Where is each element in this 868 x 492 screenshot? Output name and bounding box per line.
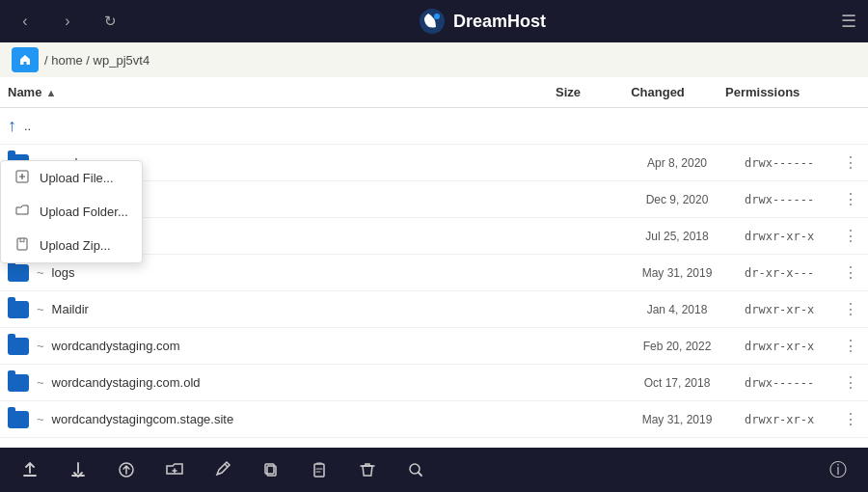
upload-folder-icon — [14, 204, 30, 220]
download-button[interactable] — [64, 455, 93, 484]
col-changed-header[interactable]: Changed — [600, 85, 716, 99]
up-directory-icon: ↑ — [8, 116, 16, 136]
file-permissions-cell: drwx------ — [735, 156, 841, 170]
breadcrumb-bar: / home / wp_pj5vt4 — [0, 42, 868, 77]
top-bar: ‹ › ↻ DreamHost ☰ — [0, 0, 868, 42]
back-button[interactable]: ‹ — [12, 8, 39, 35]
col-size-header[interactable]: Size — [503, 85, 600, 99]
table-row[interactable]: ~ Maildir Jan 4, 2018 drwxr-xr-x ⋮ — [0, 291, 868, 328]
search-button[interactable] — [401, 455, 430, 484]
col-permissions-header[interactable]: Permissions — [716, 85, 841, 99]
refresh-button[interactable]: ↻ — [96, 8, 123, 35]
file-changed-cell: May 31, 2019 — [619, 266, 735, 280]
symlink-indicator: ~ — [37, 302, 44, 316]
file-changed-cell: May 31, 2019 — [619, 413, 735, 426]
file-permissions-cell: drwxr-xr-x — [735, 230, 841, 243]
table-row[interactable]: ↑ .. Upload File... — [0, 108, 868, 145]
row-menu-button[interactable]: ⋮ — [841, 263, 860, 282]
home-icon — [18, 53, 32, 67]
file-name-label: logs — [52, 265, 75, 280]
table-row[interactable]: ~ wordcandystaging.com.old Oct 17, 2018 … — [0, 365, 868, 401]
file-name-cell: ~ wordcandystagingcom.stage.site — [8, 411, 523, 428]
file-name-label: wordcandystagingcom.stage.site — [52, 412, 234, 426]
file-permissions-cell: drwxr-xr-x — [735, 413, 841, 426]
row-menu-button[interactable]: ⋮ — [841, 153, 860, 172]
symlink-indicator: ~ — [37, 375, 44, 390]
row-menu-button[interactable]: ⋮ — [841, 337, 860, 355]
file-changed-cell: Jul 25, 2018 — [619, 230, 735, 243]
symlink-indicator: ~ — [37, 339, 44, 353]
new-folder-button[interactable] — [160, 455, 189, 484]
hamburger-menu-button[interactable]: ☰ — [841, 11, 856, 32]
folder-icon — [8, 374, 29, 392]
file-list: ↑ .. Upload File... — [0, 108, 868, 448]
svg-rect-3 — [17, 238, 27, 250]
file-changed-cell: Oct 17, 2018 — [619, 376, 735, 390]
home-button[interactable] — [12, 47, 39, 72]
context-menu-label-upload-folder: Upload Folder... — [40, 205, 128, 219]
symlink-indicator: ~ — [37, 265, 44, 280]
context-menu-label-upload-file: Upload File... — [40, 171, 114, 185]
file-name-cell: ~ logs — [8, 264, 523, 282]
folder-icon — [8, 264, 29, 282]
toolbar-buttons — [15, 455, 430, 484]
file-name-cell: ~ Maildir — [8, 301, 523, 318]
file-permissions-cell: drwxr-xr-x — [735, 340, 841, 353]
file-changed-cell: Feb 20, 2022 — [619, 340, 735, 353]
forward-button[interactable]: › — [54, 8, 81, 35]
file-changed-cell: Dec 9, 2020 — [619, 193, 735, 206]
row-menu-button[interactable]: ⋮ — [841, 410, 860, 428]
brand-name: DreamHost — [453, 12, 546, 32]
context-menu-label-upload-zip: Upload Zip... — [40, 238, 111, 253]
folder-icon — [8, 301, 29, 318]
breadcrumb-path: / home / wp_pj5vt4 — [44, 53, 149, 68]
row-menu-button[interactable]: ⋮ — [841, 300, 860, 318]
context-menu: Upload File... Upload Folder... Uploa — [0, 160, 143, 263]
upload-button[interactable] — [15, 455, 44, 484]
info-button[interactable]: ⓘ — [824, 455, 853, 484]
bottom-toolbar: ⓘ — [0, 448, 868, 492]
context-menu-item-upload-file[interactable]: Upload File... — [1, 161, 142, 195]
context-menu-item-upload-zip[interactable]: Upload Zip... — [1, 229, 142, 262]
upload-file-icon — [14, 170, 30, 186]
col-name-header[interactable]: Name ▲ — [8, 85, 503, 99]
edit-button[interactable] — [208, 455, 237, 484]
file-changed-cell: Jan 4, 2018 — [619, 303, 735, 316]
symlink-indicator: ~ — [37, 412, 44, 426]
nav-controls: ‹ › ↻ — [12, 8, 123, 35]
folder-icon — [8, 411, 29, 428]
file-name-cell: ~ wordcandystaging.com.old — [8, 374, 523, 392]
file-name-label: wordcandystaging.com — [52, 339, 180, 353]
file-name-label: .. — [24, 119, 31, 133]
file-changed-cell: Apr 8, 2020 — [619, 156, 735, 170]
sort-arrow-icon: ▲ — [45, 87, 56, 98]
file-permissions-cell: dr-xr-x--- — [735, 266, 841, 280]
upload-to-button[interactable] — [112, 455, 141, 484]
brand-logo: DreamHost — [419, 8, 546, 35]
context-menu-item-upload-folder[interactable]: Upload Folder... — [1, 195, 142, 229]
table-row[interactable]: ~ wordcandystaging.com Feb 20, 2022 drwx… — [0, 328, 868, 365]
table-row[interactable]: ~ wordcandystagingcom.stage.site May 31,… — [0, 401, 868, 438]
file-name-cell: ↑ .. — [8, 116, 523, 136]
paste-button[interactable] — [305, 455, 334, 484]
copy-button[interactable] — [257, 455, 285, 484]
svg-rect-7 — [314, 464, 324, 477]
row-menu-button[interactable]: ⋮ — [841, 227, 860, 245]
dreamhost-moon-icon — [419, 8, 446, 35]
folder-icon — [8, 338, 29, 355]
column-headers: Name ▲ Size Changed Permissions — [0, 77, 868, 108]
file-name-label: wordcandystaging.com.old — [52, 375, 201, 390]
file-name-cell: ~ wordcandystaging.com — [8, 338, 523, 355]
upload-zip-icon — [14, 237, 30, 254]
delete-button[interactable] — [353, 455, 382, 484]
file-permissions-cell: drwx------ — [735, 376, 841, 390]
file-name-label: Maildir — [52, 302, 89, 316]
file-permissions-cell: drwxr-xr-x — [735, 303, 841, 316]
file-permissions-cell: drwx------ — [735, 193, 841, 206]
row-menu-button[interactable]: ⋮ — [841, 373, 860, 392]
svg-point-1 — [434, 14, 440, 19]
row-menu-button[interactable]: ⋮ — [841, 190, 860, 208]
